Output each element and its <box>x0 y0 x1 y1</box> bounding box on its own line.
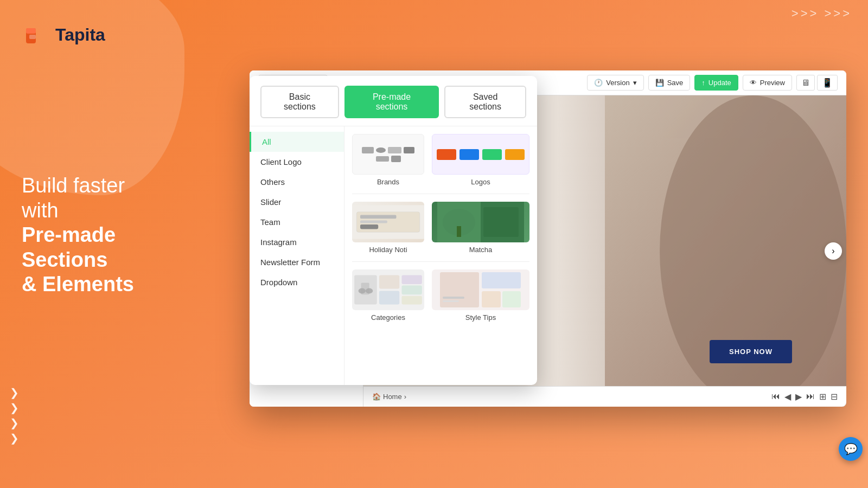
chevron-2: ❯ <box>10 401 19 414</box>
hero-line3: Pre-made <box>22 223 116 246</box>
decorative-arrows: >>> >>> <box>792 7 852 21</box>
section-card-styletips[interactable]: Style Tips <box>432 269 529 322</box>
modal-content-grid: Brands Logos <box>344 126 537 385</box>
logo-colored-2 <box>459 149 479 160</box>
svg-rect-7 <box>360 221 387 223</box>
svg-rect-17 <box>379 291 399 305</box>
svg-rect-19 <box>401 286 422 295</box>
modal-nav-slider[interactable]: Slider <box>250 192 344 212</box>
desktop-view-btn[interactable]: 🖥 <box>796 75 815 91</box>
categories-label: Categories <box>371 313 405 322</box>
update-icon: ↑ <box>701 79 705 87</box>
modal-tab-premade[interactable]: Pre-made sections <box>344 86 439 118</box>
hero-text-area: Build faster with Pre-made Sections & El… <box>22 174 134 297</box>
matcha-preview <box>432 202 529 242</box>
clock-icon: 🕐 <box>594 79 603 87</box>
save-label: Save <box>667 79 684 87</box>
premade-sections-modal: Basic sections Pre-made sections Saved s… <box>250 76 537 385</box>
modal-divider-2 <box>352 261 529 262</box>
svg-rect-1 <box>26 28 36 34</box>
update-btn[interactable]: ↑ Update <box>694 75 738 91</box>
svg-rect-18 <box>401 275 422 284</box>
next-page-btn[interactable]: ⏭ <box>806 391 815 402</box>
viewport-buttons: 🖥 📱 <box>796 75 838 91</box>
section-card-holiday[interactable]: Holiday Noti <box>352 202 424 254</box>
svg-rect-13 <box>457 226 461 237</box>
brands-label: Brands <box>377 178 399 186</box>
modal-nav-team[interactable]: Team <box>250 212 344 232</box>
modal-nav-newsletter[interactable]: Newsletter Form <box>250 252 344 272</box>
hero-line5: & Elements <box>22 273 134 296</box>
svg-rect-30 <box>443 300 459 302</box>
breadcrumb: 🏠 Home › <box>372 393 406 401</box>
preview-label: Preview <box>760 79 785 87</box>
logo-area: Tapita <box>22 22 105 48</box>
modal-overlay: Basic sections Pre-made sections Saved s… <box>250 70 580 407</box>
brands-preview <box>352 134 424 175</box>
prev-page-btn[interactable]: ⏮ <box>771 391 780 402</box>
expand-btn[interactable]: ⊟ <box>831 391 838 402</box>
svg-rect-8 <box>360 224 378 229</box>
svg-rect-27 <box>482 291 501 307</box>
chevron-down-icon: ▾ <box>633 79 637 87</box>
hero-line2: with <box>22 199 59 222</box>
modal-tab-saved[interactable]: Saved sections <box>444 86 526 118</box>
section-card-matcha[interactable]: Matcha <box>432 202 529 254</box>
svg-rect-16 <box>379 275 399 288</box>
brand-logo-4 <box>404 147 414 153</box>
shop-now-button[interactable]: SHOP NOW <box>710 340 792 363</box>
brand-logo-5 <box>376 156 389 162</box>
brand-logo-3 <box>388 147 401 153</box>
brand-logo-6 <box>391 156 401 162</box>
bottom-bar: 🏠 Home › ⏮ ◀ ▶ ⏭ ⊞ ⊟ <box>363 386 846 407</box>
styletips-label: Style Tips <box>465 313 496 322</box>
chat-widget[interactable]: 💬 <box>839 437 863 461</box>
categories-preview <box>352 269 424 310</box>
svg-rect-23 <box>361 283 369 295</box>
save-btn[interactable]: 💾 Save <box>648 75 691 91</box>
home-label: Home <box>383 393 402 401</box>
svg-rect-6 <box>360 215 397 219</box>
mobile-view-btn[interactable]: 📱 <box>817 75 838 91</box>
logo-colored-4 <box>505 149 525 160</box>
svg-rect-2 <box>29 35 36 39</box>
hero-line1: Build faster <box>22 174 125 197</box>
matcha-label: Matcha <box>469 246 493 254</box>
prev-btn[interactable]: ◀ <box>784 391 791 402</box>
modal-nav-instagram[interactable]: Instagram <box>250 232 344 252</box>
chevron-3: ❯ <box>10 416 19 429</box>
modal-nav-others[interactable]: Others <box>250 172 344 192</box>
section-card-brands[interactable]: Brands <box>352 134 424 186</box>
next-btn[interactable]: ▶ <box>795 391 802 402</box>
modal-tab-basic[interactable]: Basic sections <box>260 86 339 118</box>
section-card-logos[interactable]: Logos <box>432 134 529 186</box>
svg-rect-29 <box>443 297 464 299</box>
brand-logo-2 <box>376 147 386 153</box>
preview-next-arrow[interactable]: › <box>825 242 842 260</box>
brand-logo-1 <box>362 147 374 153</box>
modal-divider-1 <box>352 194 529 194</box>
version-btn[interactable]: 🕐 Version ▾ <box>587 75 643 91</box>
svg-rect-20 <box>401 296 422 305</box>
modal-body: All Client Logo Others Slider Team Insta… <box>250 126 537 385</box>
editor-window: ⊡ Exit Fullscreen 🕐 Version ▾ 💾 Save ↑ U… <box>250 70 846 407</box>
preview-btn[interactable]: 👁 Preview <box>743 75 792 91</box>
modal-nav-client-logo[interactable]: Client Logo <box>250 152 344 172</box>
toolbar-right: 🕐 Version ▾ 💾 Save ↑ Update 👁 Preview 🖥 … <box>587 75 838 91</box>
chevron-indicators: ❯ ❯ ❯ ❯ <box>10 386 19 445</box>
modal-header: Basic sections Pre-made sections Saved s… <box>250 76 537 126</box>
logo-colored-1 <box>437 149 456 160</box>
modal-tabs: Basic sections Pre-made sections Saved s… <box>260 86 526 118</box>
chat-icon: 💬 <box>844 442 858 455</box>
modal-nav-all[interactable]: All <box>250 132 344 152</box>
update-label: Update <box>709 79 731 87</box>
holiday-preview <box>352 202 424 242</box>
home-icon: 🏠 <box>372 393 381 401</box>
section-card-categories[interactable]: Categories <box>352 269 424 322</box>
grid-btn[interactable]: ⊞ <box>819 391 826 402</box>
logos-label: Logos <box>471 178 490 186</box>
version-label: Version <box>606 79 629 87</box>
modal-nav-dropdown[interactable]: Dropdown <box>250 272 344 292</box>
logos-row <box>432 145 529 164</box>
svg-rect-26 <box>482 272 521 288</box>
